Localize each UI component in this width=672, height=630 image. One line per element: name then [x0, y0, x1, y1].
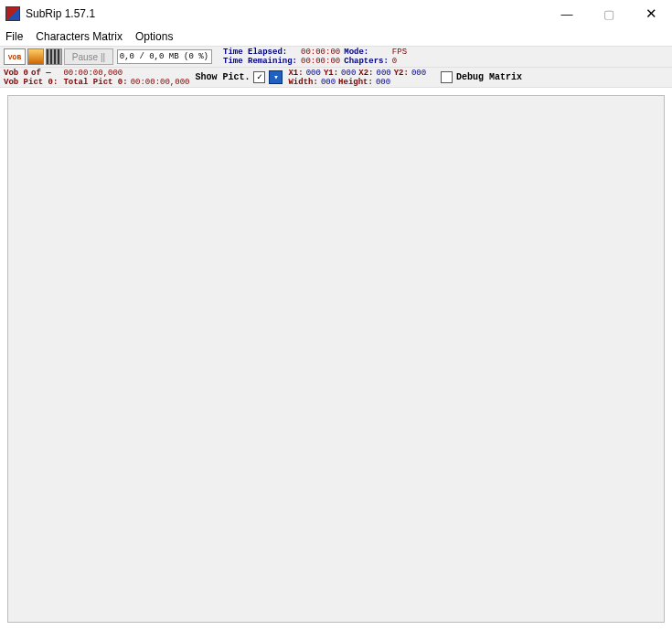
x1-value: 000 — [306, 69, 321, 78]
close-button[interactable]: ✕ — [630, 0, 672, 27]
window-title: SubRip 1.57.1 — [26, 7, 95, 20]
height-value: 000 — [376, 78, 390, 87]
y1-label: Y1: — [324, 69, 338, 78]
main-window: SubRip 1.57.1 — ▢ ✕ File Characters Matr… — [0, 0, 672, 630]
width-value: 000 — [321, 78, 336, 87]
toolbar-primary: VOB Pause || 0,0 / 0,0 MB (0 %) Time Ela… — [0, 46, 672, 68]
chapters-label: Chapters: — [344, 57, 389, 66]
x2-value: 000 — [376, 69, 390, 78]
vob-info-col: Vob 0 of — Vob Pict 0: — [4, 69, 58, 87]
vobpict-label: Vob Pict 0: — [4, 78, 58, 87]
time-remaining-label: Time Remaining: — [223, 57, 297, 66]
app-icon — [5, 6, 20, 21]
time-stats: Time Elapsed: 00:00:00 Mode: FPS Time Re… — [223, 48, 407, 66]
of-label: of — — [31, 69, 51, 78]
x2-label: X2: — [358, 69, 373, 78]
y2-label: Y2: — [394, 69, 409, 78]
open-ifo-button[interactable] — [27, 48, 44, 65]
totalpict-col: 00:00:00,000 Total Pict 0: 00:00:00,000 — [63, 69, 189, 87]
window-controls: — ▢ ✕ — [546, 0, 672, 27]
width-label: Width: — [288, 78, 317, 87]
minimize-button[interactable]: — — [546, 0, 588, 27]
menu-file[interactable]: File — [5, 30, 23, 43]
vob-label: Vob 0 — [4, 69, 28, 78]
progress-text: 0,0 / 0,0 MB (0 %) — [120, 52, 208, 61]
debug-matrix-checkbox[interactable] — [441, 71, 453, 83]
show-pict-label: Show Pict. — [195, 73, 250, 82]
debug-matrix-label: Debug Matrix — [456, 73, 522, 82]
time-elapsed-label: Time Elapsed: — [223, 48, 297, 57]
totalpict-label: Total Pict 0: — [63, 78, 127, 87]
maximize-button[interactable]: ▢ — [588, 0, 630, 27]
menu-characters-matrix[interactable]: Characters Matrix — [36, 30, 123, 43]
progress-indicator: 0,0 / 0,0 MB (0 %) — [117, 49, 212, 64]
titlebar: SubRip 1.57.1 — ▢ ✕ — [0, 0, 672, 27]
subtitle-preview-panel — [7, 95, 665, 623]
y2-value: 000 — [411, 69, 426, 78]
show-pict-checkbox[interactable] — [253, 71, 265, 83]
pause-button[interactable]: Pause || — [64, 48, 113, 65]
menubar: File Characters Matrix Options — [0, 27, 672, 46]
time-remaining-value: 00:00:00 — [301, 57, 340, 66]
open-hardsub-button[interactable] — [46, 48, 62, 65]
height-label: Height: — [338, 78, 373, 87]
of-value: 00:00:00,000 — [63, 69, 123, 78]
toolbar-secondary: Vob 0 of — Vob Pict 0: 00:00:00,000 Tota… — [0, 68, 672, 88]
totalpict-value: 00:00:00,000 — [131, 78, 190, 87]
time-elapsed-value: 00:00:00 — [301, 48, 340, 57]
y1-value: 000 — [341, 69, 356, 78]
vob-icon-label: VOB — [8, 53, 21, 61]
open-vob-button[interactable]: VOB — [4, 48, 26, 65]
content-area — [0, 88, 672, 630]
mode-label: Mode: — [344, 48, 389, 57]
refresh-pict-button[interactable]: ▾ — [269, 70, 283, 84]
coords-col: X1:000 Y1:000 X2:000 Y2:000 Width:000 He… — [288, 69, 426, 87]
x1-label: X1: — [288, 69, 303, 78]
menu-options[interactable]: Options — [135, 30, 173, 43]
chapters-value: 0 — [392, 57, 407, 66]
mode-value: FPS — [392, 48, 407, 57]
